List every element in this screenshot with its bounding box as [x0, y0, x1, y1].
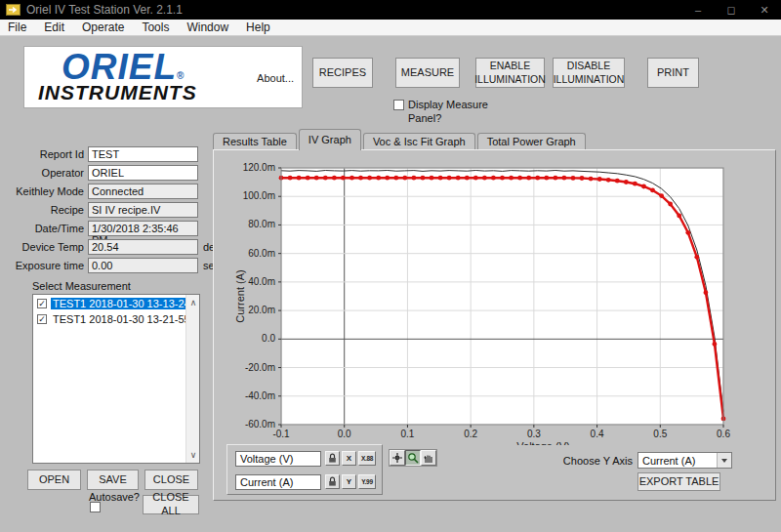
- pan-tool-icon[interactable]: [421, 450, 436, 466]
- tab-total-power-graph[interactable]: Total Power Graph: [477, 133, 586, 150]
- save-button[interactable]: SAVE: [87, 470, 139, 490]
- measurement-label[interactable]: TEST1 2018-01-30 13-21-55: [51, 313, 192, 325]
- measure-button[interactable]: MEASURE: [395, 58, 460, 88]
- window-title: Oriel IV Test Station Ver. 2.1.1: [26, 3, 183, 17]
- logo-text-instruments: INSTRUMENTS: [38, 82, 197, 102]
- svg-text:-20.0m: -20.0m: [245, 362, 275, 373]
- menu-operate[interactable]: Operate: [73, 20, 133, 34]
- enable-illumination-button[interactable]: ENABLE ILLUMINATION: [475, 58, 545, 88]
- svg-text:0.0: 0.0: [262, 333, 275, 344]
- display-measure-checkbox[interactable]: [393, 100, 404, 110]
- device-temp-row: Device Temp 20.54 deg C: [0, 239, 234, 255]
- svg-text:0.6: 0.6: [717, 429, 730, 439]
- svg-text:20.0m: 20.0m: [248, 305, 275, 315]
- title-bar: Oriel IV Test Station Ver. 2.1.1 – ◻ ✕: [0, 0, 781, 20]
- choose-y-axis-label: Choose Y Axis: [547, 455, 633, 467]
- recipe-field: SI IV recipe.IV: [88, 202, 198, 218]
- menu-window[interactable]: Window: [178, 20, 237, 34]
- cursor-tool-icon[interactable]: [390, 450, 405, 466]
- svg-text:100.0m: 100.0m: [243, 190, 275, 201]
- y-format-icon[interactable]: Y.99: [358, 474, 376, 489]
- operator-field[interactable]: ORIEL: [88, 165, 198, 181]
- svg-text:Current (A): Current (A): [234, 269, 246, 322]
- about-button[interactable]: About...: [257, 72, 294, 84]
- app-icon: [6, 4, 21, 16]
- list-item[interactable]: ✓ TEST1 2018-01-30 13-13-24: [33, 297, 199, 310]
- export-table-button[interactable]: EXPORT TABLE: [637, 472, 720, 491]
- report-id-label: Report Id: [0, 148, 84, 160]
- svg-text:60.0m: 60.0m: [248, 248, 275, 259]
- y-scale-lock-icon[interactable]: [325, 474, 340, 489]
- svg-text:120.0m: 120.0m: [243, 162, 275, 173]
- exposure-time-label: Exposure time: [0, 260, 84, 271]
- list-scrollbar[interactable]: ∧ ∨: [185, 295, 199, 463]
- svg-text:-0.1: -0.1: [272, 429, 290, 439]
- svg-text:-60.0m: -60.0m: [245, 419, 275, 430]
- svg-text:Voltage (V): Voltage (V): [516, 440, 569, 445]
- operator-row: Operator ORIEL: [0, 165, 225, 181]
- oriel-logo: ORIEL® INSTRUMENTS About...: [23, 46, 303, 108]
- menu-bar: File Edit Operate Tools Window Help: [0, 20, 781, 36]
- close-button[interactable]: CLOSE: [144, 470, 198, 490]
- menu-help[interactable]: Help: [237, 20, 279, 34]
- iv-graph-plot[interactable]: -0.10.00.10.20.30.40.50.6120.0m100.0m80.…: [230, 158, 730, 445]
- datetime-field: 1/30/2018 2:35:46 PM: [88, 221, 198, 236]
- y-autoscale-icon[interactable]: Y: [342, 474, 356, 489]
- print-button[interactable]: PRINT: [647, 58, 699, 88]
- operator-label: Operator: [0, 167, 84, 179]
- select-measurement-label: Select Measurement: [32, 280, 131, 292]
- maximize-icon[interactable]: ◻: [715, 0, 748, 20]
- svg-text:0.4: 0.4: [591, 429, 604, 439]
- measurement-checkbox[interactable]: ✓: [37, 314, 47, 324]
- list-item[interactable]: ✓ TEST1 2018-01-30 13-21-55: [33, 312, 199, 326]
- measurement-listbox[interactable]: ✓ TEST1 2018-01-30 13-13-24 ✓ TEST1 2018…: [32, 294, 200, 464]
- scroll-down-icon[interactable]: ∨: [186, 448, 200, 462]
- x-autoscale-icon[interactable]: X: [342, 451, 356, 466]
- disable-illumination-button[interactable]: DISABLE ILLUMINATION: [553, 58, 625, 88]
- y-scale-name-box[interactable]: Current (A): [235, 474, 321, 490]
- exposure-time-row: Exposure time 0.00 sec: [0, 258, 234, 273]
- x-scale-lock-icon[interactable]: [325, 451, 340, 466]
- x-format-icon[interactable]: X.88: [358, 451, 376, 466]
- tab-iv-graph[interactable]: IV Graph: [299, 129, 361, 150]
- tab-results-table[interactable]: Results Table: [213, 133, 297, 150]
- svg-text:80.0m: 80.0m: [248, 219, 275, 229]
- svg-text:0.1: 0.1: [400, 429, 414, 439]
- datetime-row: Date/Time 1/30/2018 2:35:46 PM: [0, 221, 225, 236]
- scroll-up-icon[interactable]: ∧: [186, 296, 200, 309]
- menu-edit[interactable]: Edit: [35, 20, 73, 34]
- open-button[interactable]: OPEN: [27, 470, 81, 490]
- report-id-field[interactable]: TEST: [88, 146, 198, 162]
- exposure-time-field: 0.00: [88, 258, 198, 273]
- menu-tools[interactable]: Tools: [133, 20, 178, 34]
- chevron-down-icon[interactable]: [717, 453, 731, 468]
- registered-mark: ®: [177, 70, 185, 81]
- front-panel: ORIEL® INSTRUMENTS About... RECIPES MEAS…: [0, 36, 781, 532]
- measurement-label[interactable]: TEST1 2018-01-30 13-13-24: [51, 298, 192, 309]
- y-axis-dropdown[interactable]: Current (A): [637, 452, 732, 469]
- svg-text:40.0m: 40.0m: [248, 276, 275, 287]
- tab-strip: Results Table IV Graph Voc & Isc Fit Gra…: [213, 129, 588, 150]
- svg-text:0.3: 0.3: [527, 429, 541, 439]
- keithley-mode-label: Keithley Mode: [0, 185, 84, 197]
- device-temp-field: 20.54: [88, 239, 198, 255]
- device-temp-label: Device Temp: [0, 241, 84, 253]
- tab-voc-isc-fit-graph[interactable]: Voc & Isc Fit Graph: [363, 133, 475, 150]
- keithley-mode-field: Connected: [88, 184, 198, 199]
- close-all-button[interactable]: CLOSE ALL: [143, 495, 199, 514]
- close-icon[interactable]: ✕: [748, 0, 781, 20]
- svg-text:0.5: 0.5: [653, 429, 667, 439]
- recipes-button[interactable]: RECIPES: [312, 58, 373, 88]
- recipe-row: Recipe SI IV recipe.IV: [0, 202, 225, 218]
- display-measure-label: Display Measure Panel?: [408, 99, 498, 126]
- x-scale-name-box[interactable]: Voltage (V): [235, 451, 321, 467]
- y-axis-dropdown-value: Current (A): [638, 455, 717, 467]
- recipe-label: Recipe: [0, 204, 84, 216]
- zoom-tool-icon[interactable]: [405, 450, 421, 466]
- graph-scale-panel: Voltage (V) X X.88 Current (A) Y Y.99: [226, 444, 383, 495]
- autosave-checkbox[interactable]: [90, 502, 101, 512]
- graph-tool-palette: [389, 449, 437, 467]
- minimize-icon[interactable]: –: [681, 0, 715, 20]
- menu-file[interactable]: File: [0, 20, 35, 34]
- measurement-checkbox[interactable]: ✓: [37, 299, 47, 308]
